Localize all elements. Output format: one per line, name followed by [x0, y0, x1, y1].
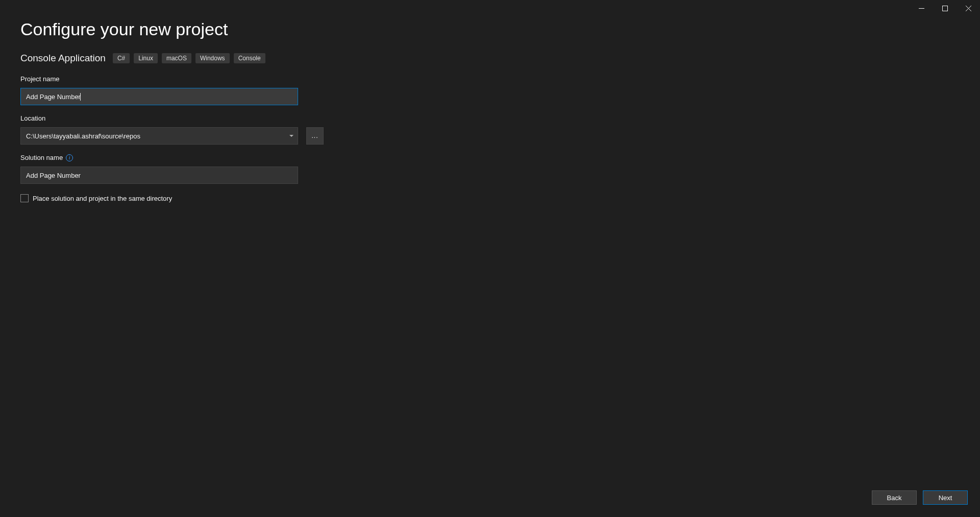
location-group: Location C:\Users\tayyabali.ashraf\sourc…	[20, 114, 960, 145]
close-button[interactable]	[957, 0, 980, 16]
chevron-down-icon	[289, 135, 293, 137]
same-directory-row: Place solution and project in the same d…	[20, 194, 960, 202]
same-directory-label[interactable]: Place solution and project in the same d…	[33, 195, 172, 202]
subtitle-row: Console Application C# Linux macOS Windo…	[20, 53, 960, 64]
page-title: Configure your new project	[20, 19, 960, 39]
location-row: C:\Users\tayyabali.ashraf\source\repos .…	[20, 127, 960, 145]
solution-name-group: Solution name i	[20, 154, 960, 184]
solution-name-input[interactable]	[20, 167, 298, 184]
location-value: C:\Users\tayyabali.ashraf\source\repos	[26, 132, 140, 140]
minimize-button[interactable]	[910, 0, 933, 16]
window-titlebar	[910, 0, 980, 16]
maximize-icon	[942, 6, 948, 11]
wizard-footer: Back Next	[872, 490, 968, 505]
project-name-group: Project name Add Page Number	[20, 75, 960, 105]
tag-platform-linux: Linux	[134, 53, 158, 63]
minimize-icon	[919, 6, 924, 11]
project-template-name: Console Application	[20, 53, 106, 64]
project-name-label: Project name	[20, 75, 960, 83]
location-label: Location	[20, 114, 960, 122]
close-icon	[966, 6, 971, 11]
location-combobox[interactable]: C:\Users\tayyabali.ashraf\source\repos	[20, 127, 298, 145]
tag-row: C# Linux macOS Windows Console	[113, 53, 265, 63]
tag-language: C#	[113, 53, 130, 63]
project-name-input[interactable]: Add Page Number	[20, 88, 298, 105]
same-directory-checkbox[interactable]	[20, 194, 29, 202]
maximize-button[interactable]	[933, 0, 957, 16]
info-icon[interactable]: i	[66, 154, 73, 161]
solution-name-label: Solution name	[20, 154, 63, 161]
main-content: Configure your new project Console Appli…	[0, 0, 980, 202]
solution-name-label-row: Solution name i	[20, 154, 960, 161]
project-name-value: Add Page Number	[26, 93, 81, 101]
tag-type-console: Console	[234, 53, 265, 63]
next-button[interactable]: Next	[923, 490, 968, 505]
back-button[interactable]: Back	[872, 490, 917, 505]
tag-platform-windows: Windows	[195, 53, 230, 63]
browse-location-button[interactable]: ...	[306, 127, 324, 145]
text-caret	[80, 93, 81, 101]
svg-rect-1	[942, 6, 947, 11]
tag-platform-macos: macOS	[162, 53, 191, 63]
